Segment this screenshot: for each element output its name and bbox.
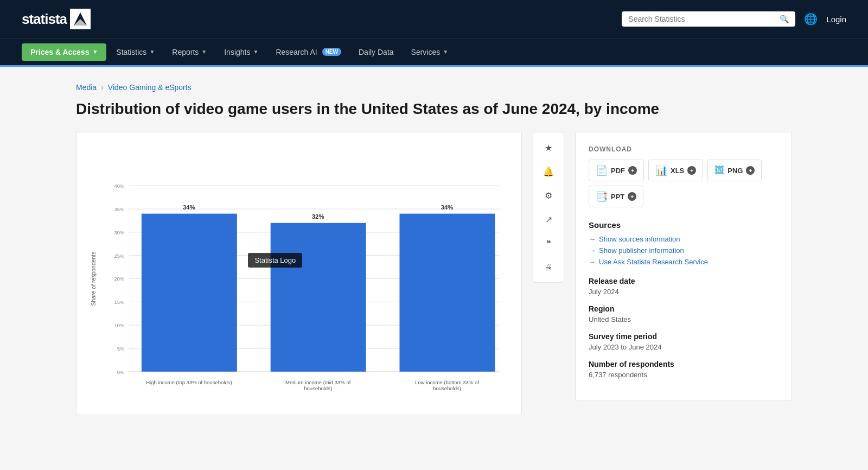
header-left: statista xyxy=(22,9,101,29)
prices-access-button[interactable]: Prices & Access ▼ xyxy=(22,43,106,61)
chevron-down-icon: ▼ xyxy=(443,49,448,55)
bar-medium-income xyxy=(271,223,366,372)
release-date-title: Release date xyxy=(589,277,778,285)
bookmark-button[interactable]: ★ xyxy=(538,137,559,158)
ppt-label: PPT xyxy=(611,193,624,201)
svg-text:35%: 35% xyxy=(114,206,125,212)
bar-high-income xyxy=(142,214,237,372)
png-icon: 🖼 xyxy=(714,165,724,176)
svg-text:40%: 40% xyxy=(114,183,125,189)
main-content: Media › Video Gaming & eSports Distribut… xyxy=(54,67,814,431)
svg-text:30%: 30% xyxy=(114,230,125,236)
share-icon: ↗ xyxy=(545,214,552,225)
new-badge: NEW xyxy=(322,48,341,56)
globe-button[interactable]: 🌐 xyxy=(804,12,818,26)
search-icon: 🔍 xyxy=(780,15,789,23)
sources-title: Sources xyxy=(589,220,778,230)
share-button[interactable]: ↗ xyxy=(538,208,559,230)
svg-text:32%: 32% xyxy=(312,214,324,220)
pdf-label: PDF xyxy=(611,167,625,175)
sources-section: Sources → Show sources information → Sho… xyxy=(589,220,778,266)
chart-area: Statista Logo Share of respondents 0% 5%… xyxy=(76,132,792,415)
logo: statista xyxy=(22,9,91,29)
settings-button[interactable]: ⚙ xyxy=(538,185,559,206)
xls-download-button[interactable]: 📊 XLS + xyxy=(648,160,703,181)
chart-tools: ★ 🔔 ⚙ ↗ ❝ 🖨 xyxy=(533,132,564,283)
quote-button[interactable]: ❝ xyxy=(538,232,559,254)
svg-text:High income (top 33% of househ: High income (top 33% of households) xyxy=(146,379,232,385)
show-sources-link[interactable]: → Show sources information xyxy=(589,235,778,243)
png-download-button[interactable]: 🖼 PNG + xyxy=(707,160,762,181)
show-publisher-link[interactable]: → Show publisher information xyxy=(589,246,778,255)
pdf-download-button[interactable]: 📄 PDF + xyxy=(589,160,644,181)
survey-period-title: Survey time period xyxy=(589,332,778,341)
svg-text:5%: 5% xyxy=(117,346,125,352)
daily-data-label: Daily Data xyxy=(359,48,394,56)
svg-text:10%: 10% xyxy=(114,322,125,328)
respondents-title: Number of respondents xyxy=(589,360,778,369)
ask-statista-label: Use Ask Statista Research Service xyxy=(599,258,708,266)
respondents-section: Number of respondents 6,737 respondents xyxy=(589,360,778,379)
svg-text:25%: 25% xyxy=(114,253,125,259)
logo-icon xyxy=(70,9,91,29)
arrow-icon: → xyxy=(589,246,596,255)
services-nav-button[interactable]: Services ▼ xyxy=(404,43,456,61)
research-ai-label: Research AI xyxy=(276,48,317,56)
bar-low-income xyxy=(399,214,495,372)
header-right: 🔍 🌐 Login xyxy=(622,11,846,27)
ppt-plus-icon: + xyxy=(628,192,636,201)
chevron-down-icon: ▼ xyxy=(253,49,258,55)
bookmark-icon: ★ xyxy=(545,143,552,153)
prices-access-label: Prices & Access xyxy=(30,48,89,56)
print-icon: 🖨 xyxy=(544,262,553,272)
research-ai-nav-button[interactable]: Research AI NEW xyxy=(268,43,349,61)
statistics-nav-button[interactable]: Statistics ▼ xyxy=(108,43,162,61)
ppt-download-button[interactable]: 📑 PPT + xyxy=(589,186,643,207)
statistics-label: Statistics xyxy=(116,48,146,56)
download-buttons: 📄 PDF + 📊 XLS + 🖼 PNG + xyxy=(589,160,778,207)
bell-button[interactable]: 🔔 xyxy=(538,161,559,182)
navbar: Prices & Access ▼ Statistics ▼ Reports ▼… xyxy=(0,38,868,65)
pdf-icon: 📄 xyxy=(596,164,608,176)
login-button[interactable]: Login xyxy=(826,15,846,24)
daily-data-nav-button[interactable]: Daily Data xyxy=(351,43,401,61)
show-publisher-label: Show publisher information xyxy=(599,246,684,255)
print-button[interactable]: 🖨 xyxy=(538,256,559,278)
download-section: DOWNLOAD 📄 PDF + 📊 XLS + 🖼 PNG xyxy=(589,145,778,207)
svg-text:Low income (bottom 33% of: Low income (bottom 33% of xyxy=(415,379,479,385)
release-date-section: Release date July 2024 xyxy=(589,277,778,296)
insights-nav-button[interactable]: Insights ▼ xyxy=(216,43,266,61)
png-plus-icon: + xyxy=(746,166,755,175)
respondents-value: 6,737 respondents xyxy=(589,371,778,379)
download-label: DOWNLOAD xyxy=(589,145,778,153)
region-value: United States xyxy=(589,315,778,323)
xls-icon: 📊 xyxy=(655,164,667,176)
breadcrumb-gaming-link[interactable]: Video Gaming & eSports xyxy=(108,83,192,92)
svg-text:15%: 15% xyxy=(114,300,125,306)
ppt-icon: 📑 xyxy=(596,190,608,202)
arrow-icon: → xyxy=(589,258,596,266)
quote-icon: ❝ xyxy=(546,238,551,249)
search-input[interactable] xyxy=(628,15,780,23)
search-box[interactable]: 🔍 xyxy=(622,11,795,27)
insights-label: Insights xyxy=(224,48,250,56)
release-date-value: July 2024 xyxy=(589,288,778,296)
chart-container: Statista Logo Share of respondents 0% 5%… xyxy=(76,132,522,415)
services-label: Services xyxy=(411,48,441,56)
svg-text:34%: 34% xyxy=(183,204,195,211)
chart-svg-wrapper: Statista Logo Share of respondents 0% 5%… xyxy=(87,143,510,404)
reports-nav-button[interactable]: Reports ▼ xyxy=(164,43,214,61)
survey-period-section: Survey time period July 2023 to June 202… xyxy=(589,332,778,351)
header: statista 🔍 🌐 Login xyxy=(0,0,868,38)
bar-chart-svg: Share of respondents 0% 5% 10% 15% 20% 2… xyxy=(87,143,510,404)
page-title: Distribution of video game users in the … xyxy=(76,99,792,119)
ask-statista-link[interactable]: → Use Ask Statista Research Service xyxy=(589,258,778,266)
svg-text:34%: 34% xyxy=(441,204,454,211)
svg-text:Medium income (mid 33% of: Medium income (mid 33% of xyxy=(285,379,351,385)
nav-items: Prices & Access ▼ Statistics ▼ Reports ▼… xyxy=(22,43,456,61)
chevron-down-icon: ▼ xyxy=(149,49,155,55)
chevron-down-icon: ▼ xyxy=(201,49,207,55)
svg-text:Share of respondents: Share of respondents xyxy=(91,252,97,306)
region-title: Region xyxy=(589,304,778,313)
breadcrumb-media-link[interactable]: Media xyxy=(76,83,97,92)
